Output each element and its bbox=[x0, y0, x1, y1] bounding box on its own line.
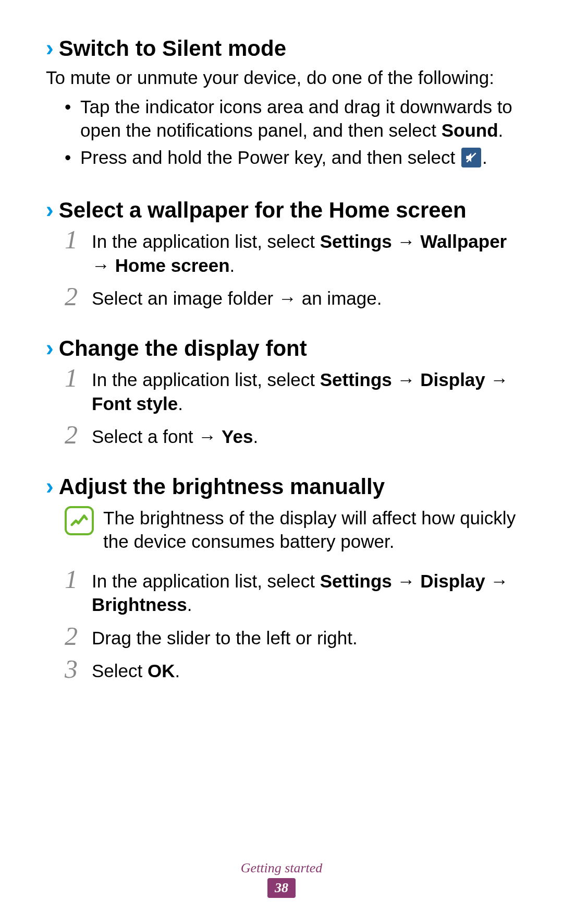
mute-icon bbox=[461, 148, 481, 167]
page-footer: Getting started 38 bbox=[0, 860, 563, 898]
list-item: 2 Select a font → Yes. bbox=[46, 422, 517, 449]
page-number: 38 bbox=[267, 878, 296, 898]
section-header-brightness: › Adjust the brightness manually bbox=[46, 475, 517, 499]
text: Press and hold the Power key, and then s… bbox=[80, 147, 460, 167]
bold-text: Sound bbox=[442, 120, 498, 140]
chevron-icon: › bbox=[46, 337, 54, 359]
manual-page: › Switch to Silent mode To mute or unmut… bbox=[0, 0, 563, 924]
section-title: Select a wallpaper for the Home screen bbox=[59, 198, 467, 222]
note-icon bbox=[65, 506, 94, 535]
step-number: 2 bbox=[65, 422, 80, 448]
list-item: Tap the indicator icons area and drag it… bbox=[65, 95, 517, 142]
chevron-icon: › bbox=[46, 37, 54, 59]
step-number: 2 bbox=[65, 283, 80, 309]
numbered-list: 1 In the application list, select Settin… bbox=[46, 365, 517, 449]
step-text: Select a font → Yes. bbox=[92, 422, 258, 449]
step-text: Select OK. bbox=[92, 656, 180, 683]
note-text: The brightness of the display will affec… bbox=[103, 506, 517, 554]
section-header-wallpaper: › Select a wallpaper for the Home screen bbox=[46, 198, 517, 222]
numbered-list: 1 In the application list, select Settin… bbox=[46, 226, 517, 310]
list-item: 1 In the application list, select Settin… bbox=[46, 566, 517, 617]
section-title: Switch to Silent mode bbox=[59, 37, 286, 61]
step-number: 2 bbox=[65, 623, 80, 649]
section-title: Change the display font bbox=[59, 337, 307, 361]
bullet-list: Tap the indicator icons area and drag it… bbox=[46, 95, 517, 170]
step-text: Drag the slider to the left or right. bbox=[92, 623, 358, 650]
step-number: 1 bbox=[65, 365, 80, 391]
step-number: 1 bbox=[65, 566, 80, 592]
numbered-list: 1 In the application list, select Settin… bbox=[46, 566, 517, 683]
chevron-icon: › bbox=[46, 198, 54, 221]
step-text: In the application list, select Settings… bbox=[92, 566, 517, 617]
list-item: 2 Select an image folder → an image. bbox=[46, 283, 517, 310]
step-text: In the application list, select Settings… bbox=[92, 365, 517, 415]
list-item: 1 In the application list, select Settin… bbox=[46, 226, 517, 277]
note-block: The brightness of the display will affec… bbox=[46, 506, 517, 554]
step-text: In the application list, select Settings… bbox=[92, 226, 517, 277]
list-item: Press and hold the Power key, and then s… bbox=[65, 146, 517, 170]
intro-text: To mute or unmute your device, do one of… bbox=[46, 66, 517, 90]
list-item: 1 In the application list, select Settin… bbox=[46, 365, 517, 415]
list-item: 3 Select OK. bbox=[46, 656, 517, 683]
section-header-silent: › Switch to Silent mode bbox=[46, 37, 517, 61]
step-number: 3 bbox=[65, 656, 80, 682]
chevron-icon: › bbox=[46, 475, 54, 498]
section-title: Adjust the brightness manually bbox=[59, 475, 385, 499]
text: . bbox=[498, 120, 504, 140]
section-header-font: › Change the display font bbox=[46, 337, 517, 361]
step-text: Select an image folder → an image. bbox=[92, 283, 382, 310]
step-number: 1 bbox=[65, 226, 80, 253]
footer-section-name: Getting started bbox=[0, 860, 563, 876]
text: . bbox=[482, 147, 487, 167]
list-item: 2 Drag the slider to the left or right. bbox=[46, 623, 517, 650]
